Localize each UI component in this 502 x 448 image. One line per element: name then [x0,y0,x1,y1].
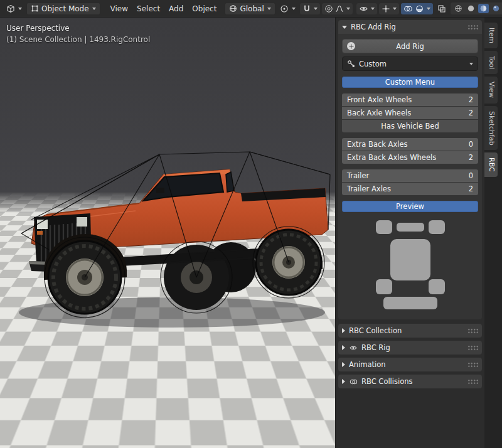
preview-body [390,239,430,280]
menubar: View Select Add Object [106,3,222,15]
viewport-editor-icon [6,4,15,13]
field-extra-back-axles-wheels[interactable]: Extra Back Axles Wheels 2 [342,151,478,164]
object-mode-icon [31,4,39,13]
chevron-down-icon [292,8,296,10]
blender-window: Object Mode View Select Add Object Globa… [0,0,502,448]
preview-vehicle-bed [383,297,437,309]
panel-rbc-add-rig: RBC Add Rig Add Rig Custom Custom Menu [338,20,482,319]
expand-arrow-icon [342,26,347,29]
snap-cluster[interactable] [300,3,320,14]
panel-header-rbc-collisions[interactable]: RBC Collisions [338,375,482,388]
chevron-down-icon [371,8,375,10]
tab-rbc[interactable]: RBC [484,152,498,177]
preview-back-left-wheel [376,279,392,294]
tab-sketchfab[interactable]: Sketchfab [484,106,498,151]
chevron-down-icon [469,63,473,65]
preview-front-left-wheel [376,220,392,234]
extra-axles-group: Extra Back Axles 0 Extra Back Axles Whee… [342,138,478,164]
pivot-point-selector[interactable] [277,3,298,14]
xray-toggle[interactable] [435,3,449,14]
view-perspective-label: User Perspective [6,23,150,34]
menu-object[interactable]: Object [188,3,221,15]
viewport-header: Object Mode View Select Add Object Globa… [0,0,502,18]
editor-type-selector[interactable] [4,3,24,14]
shading-solid-button[interactable] [466,4,476,13]
chevron-down-icon [267,8,271,10]
active-object-breadcrumb: (1) Scene Collection | 1493.RigControl [6,34,150,45]
truck-model[interactable] [10,138,333,336]
preview-back-right-wheel [429,279,445,294]
toggle-has-vehicle-bed[interactable]: Has Vehicle Bed [342,120,478,132]
shading-material-button[interactable] [478,4,489,13]
gizmo-dropdown[interactable] [379,3,399,14]
collapsed-arrow-icon [342,328,345,333]
panel-header-rbc-rig[interactable]: RBC Rig [338,341,482,355]
field-front-axle-wheels[interactable]: Front Axle Wheels 2 [342,93,478,106]
orientation-label: Global [240,4,264,13]
overlay-sphere-icon [415,4,424,13]
collapsed-arrow-icon [342,379,345,384]
preview-front-axle [397,223,424,232]
material-sphere-icon [479,4,488,13]
drag-grip-icon[interactable] [467,345,478,351]
shading-wireframe-button[interactable] [453,4,464,13]
wireframe-sphere-icon [454,4,462,13]
tab-view[interactable]: View [484,77,498,103]
drag-grip-icon[interactable] [467,24,478,30]
tab-item[interactable]: Item [484,23,498,48]
rendered-sphere-icon [492,4,500,13]
field-trailer-axles[interactable]: Trailer Axles 2 [342,183,478,195]
chevron-down-icon [346,8,350,10]
eye-icon [359,4,368,13]
panel-header-animation[interactable]: Animation [338,358,482,371]
physics-icon [349,378,358,386]
xray-icon [437,4,446,13]
proportional-editing-icon [324,4,333,13]
custom-menu-button[interactable]: Custom Menu [342,77,478,88]
field-trailer[interactable]: Trailer 0 [342,169,478,182]
plus-icon [347,42,355,50]
falloff-curve-icon [335,4,344,13]
chevron-down-icon [92,8,96,10]
magnet-icon [302,4,311,13]
axle-fields-group: Front Axle Wheels 2 Back Axle Wheels 2 H… [342,93,478,132]
preview-button[interactable]: Preview [342,201,478,212]
pivot-icon [280,4,289,13]
overlays-toggle[interactable] [401,3,433,14]
drag-grip-icon[interactable] [467,379,478,385]
add-rig-button[interactable]: Add Rig [342,39,478,53]
collapsed-arrow-icon [342,345,345,350]
menu-view[interactable]: View [106,3,132,15]
menu-select[interactable]: Select [132,3,164,15]
drag-grip-icon[interactable] [467,362,478,368]
overlays-icon [403,4,413,13]
panel-header-rbc-collection[interactable]: RBC Collection [338,324,482,338]
proportional-editing-cluster[interactable] [322,3,353,14]
rig-preset-value: Custom [359,60,387,68]
menu-add[interactable]: Add [164,3,188,15]
panel-header-rbc-add-rig[interactable]: RBC Add Rig [338,20,482,34]
chevron-down-icon [393,8,397,10]
chevron-down-icon [18,8,22,10]
mode-selector[interactable]: Object Mode [26,3,100,15]
mode-label: Object Mode [41,4,89,13]
field-back-axle-wheels[interactable]: Back Axle Wheels 2 [342,107,478,119]
solid-sphere-icon [467,4,475,13]
shading-rendered-button[interactable] [491,4,501,13]
preview-front-right-wheel [429,220,445,234]
globe-icon [229,4,237,13]
chevron-down-icon [314,8,318,10]
add-rig-label: Add Rig [396,42,424,51]
eye-icon [349,344,358,352]
panel-body: Add Rig Custom Custom Menu Front Axle Wh… [338,34,482,319]
tab-tool[interactable]: Tool [484,51,498,74]
chevron-down-icon [427,8,430,10]
drag-grip-icon[interactable] [467,328,478,334]
3d-viewport[interactable]: User Perspective (1) Scene Collection | … [0,18,335,448]
rig-preset-dropdown[interactable]: Custom [342,56,478,71]
rig-preset-icon [347,60,355,68]
transform-orientation-selector[interactable]: Global [225,3,275,15]
shading-mode-cluster [451,3,502,14]
visibility-dropdown[interactable] [356,3,377,14]
field-extra-back-axles[interactable]: Extra Back Axles 0 [342,138,478,151]
